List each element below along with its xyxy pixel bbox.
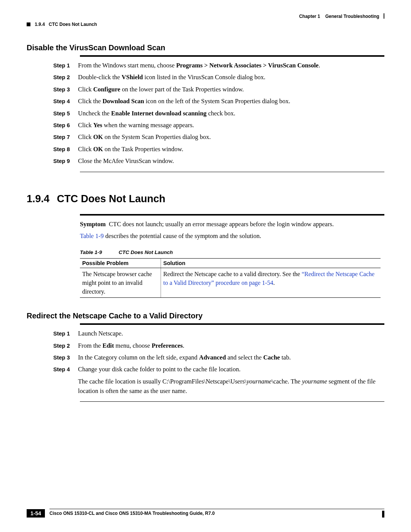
rule xyxy=(80,323,384,325)
footer-rule xyxy=(49,509,384,509)
page-number: 1-54 xyxy=(27,509,45,518)
step-label: Step 7 xyxy=(53,132,78,142)
table-number: Table 1-9 xyxy=(80,249,102,255)
step-label: Step 3 xyxy=(53,353,78,363)
symptom-text: Symptom CTC does not launch; usually an … xyxy=(80,219,384,229)
table-ref-text: Table 1-9 describes the potential cause … xyxy=(80,231,384,241)
table-row: The Netscape browser cache might point t… xyxy=(80,268,381,298)
step-body: From the Windows start menu, choose Prog… xyxy=(78,61,384,70)
step-row: Step 4Change your disk cache folder to p… xyxy=(53,364,384,374)
step-row: Step 2From the Edit menu, choose Prefere… xyxy=(53,341,384,351)
step-label: Step 4 xyxy=(53,96,78,106)
footer-mark-icon xyxy=(382,511,384,518)
step-body: Click OK on the System Scan Properties d… xyxy=(78,132,384,142)
step-row: Step 8Click OK on the Task Properties wi… xyxy=(53,144,384,154)
step-label: Step 8 xyxy=(53,144,78,154)
step-body: Change your disk cache folder to point t… xyxy=(78,364,384,374)
footer: Cisco ONS 15310-CL and Cisco ONS 15310-M… xyxy=(27,509,384,516)
chapter-label: Chapter 1 xyxy=(299,14,320,19)
table-header-solution: Solution xyxy=(161,258,381,268)
section-number: 1.9.4 xyxy=(27,193,49,204)
step-body: Click Yes when the warning message appea… xyxy=(78,120,384,130)
step-row: Step 6Click Yes when the warning message… xyxy=(53,120,384,130)
step-body: From the Edit menu, choose Preferences. xyxy=(78,341,384,351)
cell-solution: Redirect the Netscape cache to a valid d… xyxy=(161,268,381,298)
step-row: Step 1From the Windows start menu, choos… xyxy=(53,61,384,70)
step-label: Step 5 xyxy=(53,109,78,118)
step-label: Step 4 xyxy=(53,364,78,374)
step-label: Step 1 xyxy=(53,61,78,70)
step-row: Step 3In the Category column on the left… xyxy=(53,353,384,363)
content: Disable the VirusScan Download Scan Step… xyxy=(27,43,384,402)
step-body: Uncheck the Enable Internet download sca… xyxy=(78,109,384,118)
breadcrumb-title: CTC Does Not Launch xyxy=(49,22,97,27)
step-body: Click Configure on the lower part of the… xyxy=(78,85,384,94)
section-disable-virusscan-title: Disable the VirusScan Download Scan xyxy=(27,43,384,52)
cache-location-note: The cache file location is usually C:\Pr… xyxy=(78,377,384,396)
table-title: CTC Does Not Launch xyxy=(119,249,173,255)
header-left: 1.9.4 CTC Does Not Launch xyxy=(27,22,97,27)
step-label: Step 1 xyxy=(53,329,78,339)
header-divider xyxy=(384,13,384,19)
step-row: Step 5Uncheck the Enable Internet downlo… xyxy=(53,109,384,118)
step-row: Step 4Click the Download Scan icon on th… xyxy=(53,96,384,106)
step-body: Close the McAfee VirusScan window. xyxy=(78,156,384,166)
step-list-virusscan: Step 1From the Windows start menu, choos… xyxy=(27,61,384,166)
step-row: Step 1Launch Netscape. xyxy=(53,329,384,339)
table-header-problem: Possible Problem xyxy=(80,258,161,268)
step-label: Step 2 xyxy=(53,341,78,351)
cell-problem: The Netscape browser cache might point t… xyxy=(80,268,161,298)
section-title: CTC Does Not Launch xyxy=(57,193,166,204)
section-redirect-title: Redirect the Netscape Cache to a Valid D… xyxy=(27,312,384,320)
page: Chapter 1 General Troubleshooting 1.9.4 … xyxy=(0,0,411,532)
table-ctc-does-not-launch: Possible Problem Solution The Netscape b… xyxy=(80,258,381,298)
header-right: Chapter 1 General Troubleshooting xyxy=(299,13,384,19)
step-row: Step 2Double-click the VShield icon list… xyxy=(53,72,384,82)
step-body: In the Category column on the left side,… xyxy=(78,353,384,363)
step-label: Step 3 xyxy=(53,85,78,94)
step-body: Click the Download Scan icon on the left… xyxy=(78,96,384,106)
step-label: Step 6 xyxy=(53,120,78,130)
rule xyxy=(80,172,384,172)
running-header: Chapter 1 General Troubleshooting 1.9.4 … xyxy=(27,13,384,22)
chapter-title: General Troubleshooting xyxy=(325,14,379,19)
step-label: Step 9 xyxy=(53,156,78,166)
step-row: Step 7Click OK on the System Scan Proper… xyxy=(53,132,384,142)
header-square-icon xyxy=(27,22,30,26)
step-body: Click OK on the Task Properties window. xyxy=(78,144,384,154)
step-row: Step 3Click Configure on the lower part … xyxy=(53,85,384,94)
step-list-redirect: Step 1Launch Netscape.Step 2From the Edi… xyxy=(27,329,384,375)
step-row: Step 9Close the McAfee VirusScan window. xyxy=(53,156,384,166)
breadcrumb-number: 1.9.4 xyxy=(35,22,45,27)
section-ctc-heading: 1.9.4 CTC Does Not Launch xyxy=(27,193,384,205)
rule xyxy=(80,401,384,402)
table-caption: Table 1-9 CTC Does Not Launch xyxy=(80,249,384,255)
step-body: Launch Netscape. xyxy=(78,329,384,339)
footer-title: Cisco ONS 15310-CL and Cisco ONS 15310-M… xyxy=(49,511,384,516)
rule xyxy=(80,214,384,216)
rule xyxy=(80,55,384,57)
step-label: Step 2 xyxy=(53,72,78,82)
step-body: Double-click the VShield icon listed in … xyxy=(78,72,384,82)
